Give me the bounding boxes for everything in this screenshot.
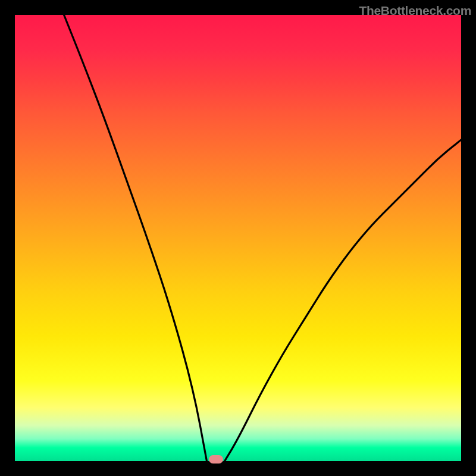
optimal-marker [209, 455, 223, 464]
plot-area [15, 15, 461, 461]
bottleneck-curve-left [64, 15, 207, 461]
curve-svg [15, 15, 461, 461]
bottleneck-curve-right [225, 140, 462, 461]
chart-container: TheBottleneck.com [0, 0, 476, 476]
